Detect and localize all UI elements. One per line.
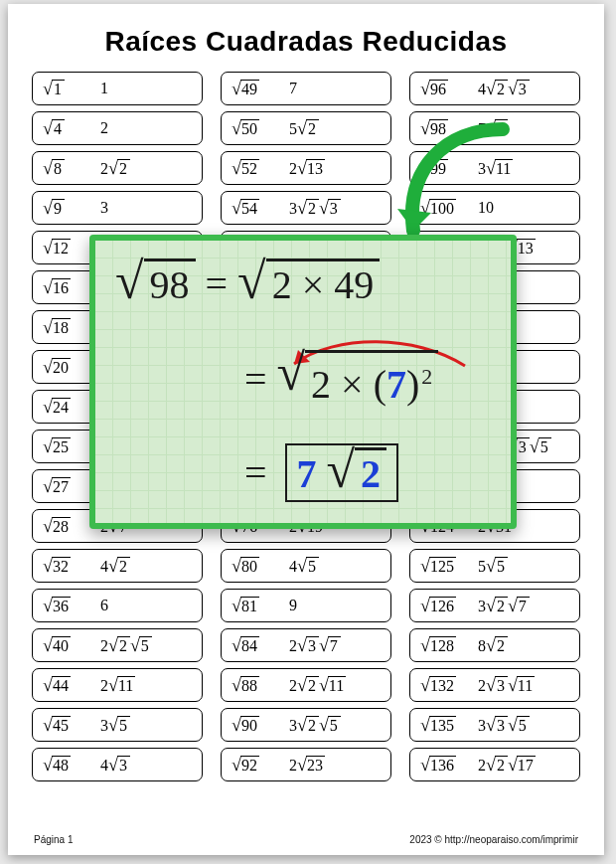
- page-footer: Página 1 2023 © http://neoparaiso.com/im…: [34, 834, 578, 845]
- table-row: √366: [32, 589, 203, 622]
- table-row: √1353√3√5: [409, 708, 580, 742]
- table-row: √42: [32, 111, 203, 145]
- table-row: √1288√2: [409, 628, 580, 662]
- table-row: √882√2√11: [221, 668, 391, 702]
- table-row: √842√3√7: [221, 628, 391, 662]
- table-row: √497: [221, 72, 391, 105]
- table-row: √93: [32, 191, 203, 225]
- table-row: √922√23: [221, 748, 391, 781]
- table-row: √1362√2√17: [409, 748, 580, 781]
- table-row: √1255√5: [409, 549, 580, 583]
- table-row: √442√11: [32, 668, 203, 702]
- table-row: √964√2√3: [409, 72, 580, 105]
- table-row: √402√2√5: [32, 628, 203, 662]
- page-title: Raíces Cuadradas Reducidas: [32, 26, 580, 58]
- explanation-card: √98 = √2 × 49 = √ 2 × (7)2 = 7 √2: [89, 235, 517, 529]
- table-row: √1322√3√11: [409, 668, 580, 702]
- table-row: √505√2: [221, 111, 391, 145]
- table-row: √993√11: [409, 151, 580, 185]
- table-row: √324√2: [32, 549, 203, 583]
- table-row: √804√5: [221, 549, 391, 583]
- explain-line-1: √98 = √2 × 49: [115, 259, 380, 309]
- table-row: √522√13: [221, 151, 391, 185]
- footer-copyright: 2023 © http://neoparaiso.com/imprimir: [409, 834, 578, 845]
- table-row: √11: [32, 72, 203, 105]
- table-row: √987√2: [409, 111, 580, 145]
- table-row: √819: [221, 589, 391, 622]
- table-row: √453√5: [32, 708, 203, 742]
- explain-line-3: = 7 √2: [234, 443, 398, 502]
- table-row: √82√2: [32, 151, 203, 185]
- table-row: √543√2√3: [221, 191, 391, 225]
- table-row: √10010: [409, 191, 580, 225]
- explain-line-2: = √ 2 × (7)2: [234, 350, 438, 409]
- table-row: √1263√2√7: [409, 589, 580, 622]
- table-row: √484√3: [32, 748, 203, 781]
- footer-page-number: Página 1: [34, 834, 73, 845]
- table-row: √903√2√5: [221, 708, 391, 742]
